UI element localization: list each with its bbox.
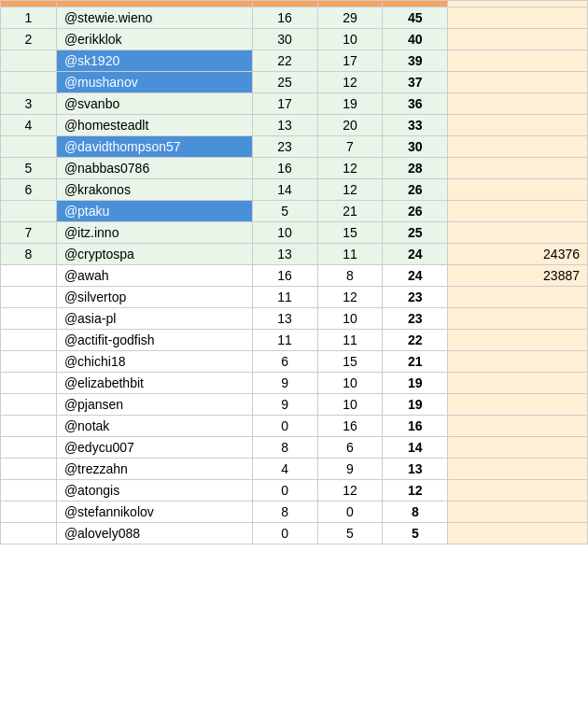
col-header-pos <box>1 1 57 7</box>
table-row-extra <box>448 437 588 459</box>
table-row-pos <box>1 502 57 523</box>
table-row-extra <box>448 7 588 29</box>
table-row-sun: 30 <box>252 29 317 50</box>
table-row-sun: 0 <box>252 416 317 437</box>
table-row-pos <box>1 373 57 394</box>
table-row-pos: 1 <box>1 7 57 29</box>
table-row-extra <box>448 222 588 244</box>
table-row-mon: 12 <box>317 480 383 502</box>
table-row-player: @stewie.wieno <box>56 7 252 29</box>
table-row-player: @chichi18 <box>56 351 252 373</box>
table-row-sum: 33 <box>383 115 448 136</box>
table-row-player: @sk1920 <box>56 50 252 72</box>
table-row-pos <box>1 480 57 502</box>
table-row-player: @awah <box>56 265 252 287</box>
table-row-sun: 8 <box>252 437 317 459</box>
table-row-pos <box>1 136 57 158</box>
table-row-mon: 15 <box>317 351 383 373</box>
col-header-mon <box>317 1 383 7</box>
table-row-player: @svanbo <box>56 93 252 115</box>
table-row-player: @davidthompson57 <box>56 136 252 158</box>
table-row-mon: 17 <box>317 50 383 72</box>
table-row-sum: 8 <box>383 502 448 523</box>
table-row-sum: 21 <box>383 351 448 373</box>
table-row-pos <box>1 437 57 459</box>
table-row-mon: 21 <box>317 201 383 222</box>
table-row-sum: 25 <box>383 222 448 244</box>
table-row-extra: 24376 <box>448 244 588 265</box>
table-row-pos <box>1 287 57 308</box>
table-row-extra <box>448 330 588 351</box>
table-row-sun: 16 <box>252 7 317 29</box>
table-row-player: @pjansen <box>56 394 252 416</box>
table-row-sum: 26 <box>383 179 448 201</box>
table-row-extra <box>448 287 588 308</box>
table-row-sum: 12 <box>383 480 448 502</box>
table-row-pos <box>1 201 57 222</box>
table-row-pos <box>1 330 57 351</box>
table-row-player: @notak <box>56 416 252 437</box>
table-row-sum: 39 <box>383 50 448 72</box>
table-row-sum: 37 <box>383 72 448 93</box>
table-row-pos: 6 <box>1 179 57 201</box>
table-row-extra <box>448 50 588 72</box>
table-row-player: @mushanov <box>56 72 252 93</box>
table-row-mon: 10 <box>317 29 383 50</box>
table-row-extra <box>448 136 588 158</box>
table-row-mon: 9 <box>317 459 383 480</box>
table-row-sum: 26 <box>383 201 448 222</box>
table-row-mon: 12 <box>317 179 383 201</box>
table-row-sum: 14 <box>383 437 448 459</box>
table-row-pos <box>1 459 57 480</box>
table-row-extra <box>448 502 588 523</box>
table-row-sum: 19 <box>383 394 448 416</box>
table-row-extra <box>448 29 588 50</box>
table-row-sum: 13 <box>383 459 448 480</box>
table-row-sum: 28 <box>383 158 448 179</box>
table-row-mon: 12 <box>317 72 383 93</box>
table-row-sum: 16 <box>383 416 448 437</box>
table-row-extra <box>448 158 588 179</box>
table-row-player: @stefannikolov <box>56 502 252 523</box>
table-row-sum: 24 <box>383 265 448 287</box>
table-row-player: @alovely088 <box>56 523 252 544</box>
table-row-pos <box>1 72 57 93</box>
col-header-sun <box>252 1 317 7</box>
table-row-pos: 7 <box>1 222 57 244</box>
table-row-pos <box>1 523 57 544</box>
table-row-sum: 36 <box>383 93 448 115</box>
table-row-mon: 12 <box>317 287 383 308</box>
table-row-sum: 23 <box>383 308 448 330</box>
table-row-sum: 45 <box>383 7 448 29</box>
table-row-extra <box>448 115 588 136</box>
table-row-mon: 15 <box>317 222 383 244</box>
table-row-sun: 8 <box>252 502 317 523</box>
table-row-extra <box>448 179 588 201</box>
table-row-pos <box>1 308 57 330</box>
table-row-sun: 6 <box>252 351 317 373</box>
table-row-mon: 10 <box>317 373 383 394</box>
table-row-mon: 20 <box>317 115 383 136</box>
table-row-sun: 10 <box>252 222 317 244</box>
table-row-mon: 8 <box>317 265 383 287</box>
table-row-player: @itz.inno <box>56 222 252 244</box>
table-row-sun: 11 <box>252 330 317 351</box>
table-row-sum: 23 <box>383 287 448 308</box>
table-row-pos <box>1 416 57 437</box>
table-row-player: @actifit-godfish <box>56 330 252 351</box>
table-row-player: @elizabethbit <box>56 373 252 394</box>
table-row-sun: 4 <box>252 459 317 480</box>
table-row-sun: 23 <box>252 136 317 158</box>
table-row-extra <box>448 459 588 480</box>
table-row-mon: 19 <box>317 93 383 115</box>
table-row-sun: 16 <box>252 265 317 287</box>
table-row-extra <box>448 93 588 115</box>
table-row-player: @atongis <box>56 480 252 502</box>
col-header-player <box>56 1 252 7</box>
table-row-extra <box>448 308 588 330</box>
table-row-player: @krakonos <box>56 179 252 201</box>
table-row-pos: 5 <box>1 158 57 179</box>
table-row-sum: 40 <box>383 29 448 50</box>
table-row-mon: 7 <box>317 136 383 158</box>
table-row-player: @ptaku <box>56 201 252 222</box>
